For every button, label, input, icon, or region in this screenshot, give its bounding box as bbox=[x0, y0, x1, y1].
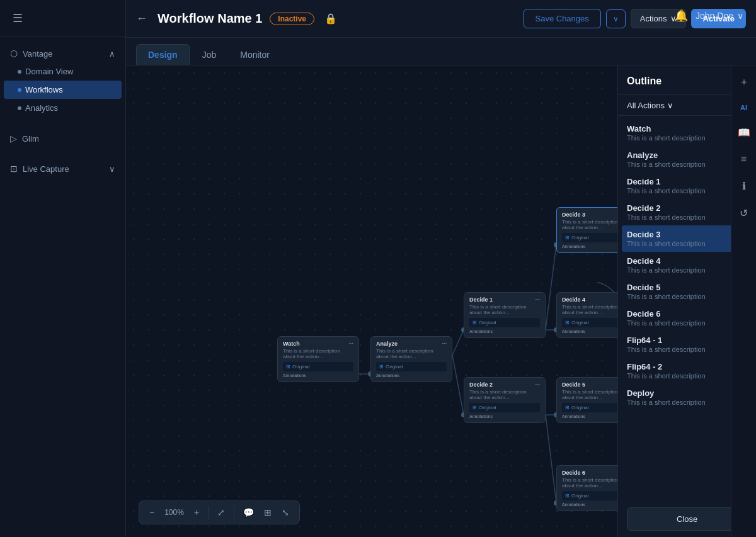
sidebar-item-glim[interactable]: ▷ Glim bbox=[0, 127, 125, 147]
sidebar-livecapture-group: ⊡ Live Capture ∨ bbox=[0, 152, 125, 183]
zoom-in-button[interactable]: + bbox=[190, 505, 203, 520]
list-icon[interactable]: ≡ bbox=[737, 150, 750, 169]
fit-view-button[interactable]: ⤢ bbox=[214, 505, 229, 520]
sidebar-group-vantage-label: Vantage bbox=[23, 49, 52, 59]
sidebar-item-workflows[interactable]: Workflows bbox=[4, 81, 122, 99]
main-content: 🔔 John Doe ∨ ← Workflow Name 1 Inactive … bbox=[126, 0, 756, 537]
sidebar-item-livecapture[interactable]: ⊡ Live Capture ∨ bbox=[0, 157, 125, 178]
node-analyze[interactable]: Analyze··· This is a short description a… bbox=[370, 336, 452, 382]
zoom-out-button[interactable]: − bbox=[146, 505, 158, 520]
comment-button[interactable]: 💬 bbox=[239, 505, 258, 520]
outline-close-bottom-button[interactable]: Close bbox=[627, 507, 747, 531]
global-topbar: 🔔 John Doe ∨ bbox=[662, 0, 756, 31]
book-icon[interactable]: 📖 bbox=[734, 123, 754, 142]
outline-filter-chevron: ∨ bbox=[667, 101, 673, 110]
sidebar: ☰ ⬡ Vantage ∧ Domain View Workflows Anal… bbox=[0, 0, 126, 537]
sidebar-item-domainview[interactable]: Domain View bbox=[0, 62, 125, 81]
node-watch[interactable]: Watch··· This is a short description abo… bbox=[277, 336, 359, 382]
sidebar-livecapture-chevron: ∨ bbox=[109, 164, 115, 174]
tab-job[interactable]: Job bbox=[191, 45, 228, 65]
sidebar-vantage-group: ⬡ Vantage ∧ Domain View Workflows Analyt… bbox=[0, 37, 125, 122]
tabs-bar: Design Job Monitor bbox=[126, 38, 756, 65]
outline-filter-button[interactable]: All Actions ∨ bbox=[627, 101, 673, 110]
sidebar-item-analytics[interactable]: Analytics bbox=[0, 99, 125, 117]
sidebar-header: ☰ bbox=[0, 0, 125, 37]
workflow-canvas[interactable]: Watch··· This is a short description abo… bbox=[126, 65, 756, 537]
grid-button[interactable]: ⊞ bbox=[260, 505, 275, 520]
sidebar-glim-label: Glim bbox=[22, 134, 39, 144]
user-menu[interactable]: John Doe ∨ bbox=[696, 11, 743, 21]
save-changes-button[interactable]: Save Changes bbox=[524, 9, 601, 28]
info-icon[interactable]: ℹ bbox=[738, 176, 750, 196]
history-icon[interactable]: ↺ bbox=[736, 203, 752, 223]
notification-icon[interactable]: 🔔 bbox=[674, 9, 688, 23]
add-node-icon[interactable]: ＋ bbox=[735, 72, 753, 93]
right-icon-bar: ＋ AI 📖 ≡ ℹ ↺ bbox=[731, 65, 756, 537]
status-badge: Inactive bbox=[270, 13, 314, 25]
save-dropdown-button[interactable]: ∨ bbox=[606, 9, 626, 28]
tab-design[interactable]: Design bbox=[136, 44, 190, 65]
workflow-title: Workflow Name 1 bbox=[158, 11, 262, 26]
zoom-level: 100% bbox=[161, 508, 188, 517]
hamburger-icon[interactable]: ☰ bbox=[10, 9, 25, 28]
outline-filter-label: All Actions bbox=[627, 101, 665, 110]
ai-icon[interactable]: AI bbox=[736, 100, 751, 115]
lock-icon: 🔒 bbox=[324, 13, 337, 25]
node-decide1[interactable]: Decide 1··· This is a short description … bbox=[464, 292, 546, 338]
node-decide2[interactable]: Decide 2··· This is a short description … bbox=[464, 377, 546, 423]
sidebar-livecapture-label: Live Capture bbox=[23, 164, 69, 174]
user-chevron-icon: ∨ bbox=[737, 11, 743, 21]
sidebar-glim-group: ▷ Glim bbox=[0, 122, 125, 152]
expand-button[interactable]: ⤡ bbox=[278, 505, 293, 520]
tab-monitor[interactable]: Monitor bbox=[229, 45, 281, 65]
back-button[interactable]: ← bbox=[136, 12, 147, 25]
sidebar-group-vantage[interactable]: ⬡ Vantage ∧ bbox=[0, 42, 125, 62]
sidebar-group-vantage-chevron: ∧ bbox=[109, 49, 115, 59]
outline-title: Outline bbox=[627, 76, 662, 87]
canvas-toolbar: − 100% + ⤢ 💬 ⊞ ⤡ bbox=[139, 500, 300, 524]
user-name: John Doe bbox=[696, 11, 733, 21]
